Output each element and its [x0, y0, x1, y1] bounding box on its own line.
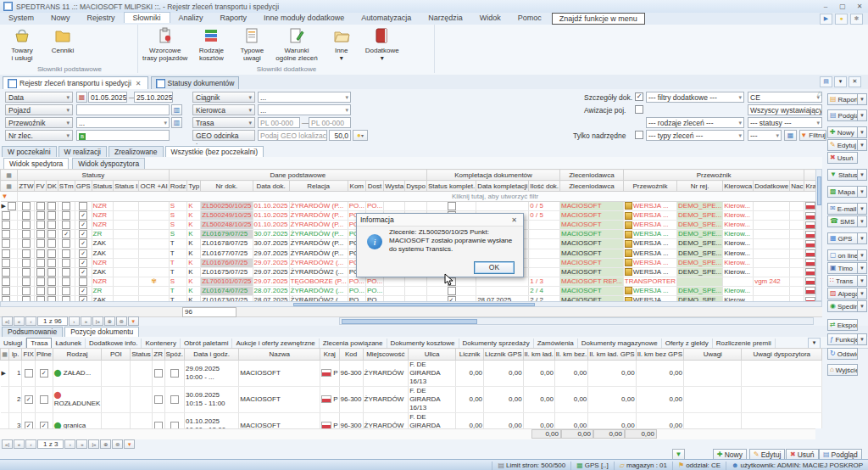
cell-rel[interactable]: ŻYRARDÓW (P... — [289, 249, 348, 258]
cell-nrrej[interactable]: DEMO_SPE... — [677, 211, 723, 221]
cell-nac[interactable] — [790, 286, 804, 295]
cell-rel[interactable]: ŻYRARDÓW2 (... — [289, 286, 348, 295]
cell-kier[interactable]: Kierow... — [723, 267, 754, 277]
cell-ocr[interactable] — [139, 258, 169, 267]
sidebar-button-on-line[interactable]: ▢on line — [827, 249, 858, 261]
document-tab-statusy-dokumentów[interactable]: Statusy dokumentów — [151, 76, 240, 89]
grid-column-header-OCR +AI[interactable]: OCR +AI — [139, 181, 169, 192]
positions-column-header-Il. km ład. GPS[interactable]: Il. km ład. GPS — [588, 349, 636, 361]
filter-trasa-label[interactable]: Trasa — [192, 117, 255, 128]
cell-przew[interactable]: WERSJA ... — [623, 286, 676, 295]
cell-kraj1[interactable] — [804, 211, 815, 221]
cell-kier[interactable]: Kierow... — [723, 249, 754, 258]
pager-asterisk-icon[interactable]: ⊛ — [112, 439, 123, 449]
calendar-button[interactable]: ▦ — [784, 130, 797, 141]
grid-column-header-Nr rej.[interactable]: Nr rej. — [677, 181, 723, 192]
pager-filter-icon[interactable]: ▼ — [128, 316, 139, 326]
cell-nr[interactable]: ZL01676/07/25 — [201, 258, 253, 267]
cell-sel[interactable] — [1, 277, 18, 286]
cell-data[interactable]: 30.09.2025 10:15 - 11:00 — [184, 387, 238, 413]
cell-gps[interactable]: ✓ — [75, 221, 92, 230]
sidebar-button-nowy[interactable]: ✚Nowy — [827, 126, 858, 138]
ribbon-button-dodatkowe[interactable]: Dodatkowe ▾ — [362, 25, 403, 62]
cell-ilosc[interactable]: 1 / 3 — [529, 277, 560, 286]
cell-dodat[interactable] — [754, 230, 790, 239]
filter-kierowca-label[interactable]: Kierowca — [192, 104, 255, 115]
cell-fv[interactable] — [35, 239, 46, 249]
positions-column-header-Uwagi[interactable]: Uwagi — [684, 349, 742, 361]
cell-nrrej[interactable]: DEMO_SPE... — [677, 258, 723, 267]
cell-gps[interactable]: ✓ — [75, 267, 92, 277]
menu-item-raporty[interactable]: Raporty — [212, 13, 256, 23]
cell-datak[interactable] — [476, 286, 529, 295]
chevron-down-icon[interactable]: ▼ — [858, 93, 867, 105]
cell-kom[interactable]: PO... — [348, 277, 365, 286]
cell-dd[interactable]: 30.07.2025 — [253, 230, 289, 239]
cell-gps[interactable] — [75, 277, 92, 286]
grid-column-header-Przewoźnik[interactable]: Przewoźnik — [623, 181, 676, 192]
sidebar-button-trans[interactable]: ∷Trans — [827, 275, 858, 287]
pager-nextpage-icon[interactable]: » — [76, 439, 87, 449]
positions-column-header-Il. km ład.[interactable]: Il. km ład. — [523, 349, 554, 361]
grid-column-header-Status komplet.[interactable]: Status komplet. — [426, 181, 476, 192]
ribbon-button-wzorcowe[interactable]: Wzorcowe trasy pojazdów — [139, 25, 191, 62]
cell-zlec[interactable]: MACIOSOFT — [560, 249, 624, 258]
sidebar-button-podgląd[interactable]: ▤Podgląd — [827, 109, 858, 121]
maximize-button[interactable]: ▢ — [834, 2, 851, 12]
cell-rodz[interactable]: T — [169, 249, 187, 258]
grid-filter-row[interactable]: ▼Kliknij tutaj, aby utworzyć filtr — [1, 192, 816, 202]
cell-dd[interactable]: 30.07.2025 — [253, 239, 289, 249]
menu-item-narz-dzia[interactable]: Narzędzia — [420, 13, 471, 23]
cell-fix[interactable]: ✓ — [22, 387, 35, 413]
chevron-down-icon[interactable]: ▼ — [858, 126, 867, 138]
cell-dost[interactable]: PO... — [365, 277, 383, 286]
cell-stm[interactable] — [58, 258, 75, 267]
cell-kraj1[interactable] — [804, 258, 815, 267]
cell-gps[interactable]: ✓ — [75, 239, 92, 249]
cell-nr[interactable]: ZL01678/07/25 — [201, 239, 253, 249]
table-row[interactable]: 3✓✓⬤ granica01.10.2025 10:00 - 12:00MACI… — [1, 413, 822, 429]
cell-dyspo[interactable] — [405, 202, 427, 211]
cell-poi[interactable] — [102, 387, 131, 413]
sidebar-button-alpega[interactable]: ▨Alpega — [827, 288, 858, 299]
cell-sel[interactable] — [1, 258, 18, 267]
cell-typ[interactable]: K — [187, 239, 201, 249]
cell-rel[interactable]: ŻYRARDÓW2 (... — [289, 267, 348, 277]
chevron-down-icon[interactable]: ▼ — [858, 186, 867, 198]
cell-rodz[interactable]: S — [169, 202, 187, 211]
grid-column-header-Dodatkowe[interactable]: Dodatkowe — [754, 181, 790, 192]
cell-kraj1[interactable] — [804, 286, 815, 295]
sidebar-button-mapa[interactable]: ▩Mapa — [827, 186, 858, 198]
cell-status[interactable]: ZAK — [92, 239, 114, 249]
minimize-button[interactable]: – — [817, 2, 834, 12]
cell-dd[interactable]: 01.10.2025 — [253, 202, 289, 211]
cell-lp[interactable]: 3 — [8, 413, 22, 429]
cell-dyspo[interactable] — [405, 286, 427, 295]
positions-column-header-FIX[interactable]: FIX — [22, 349, 35, 361]
cell-typ[interactable]: K — [187, 211, 201, 221]
cell-kier[interactable]: Kierow... — [723, 258, 754, 267]
cell-pilne[interactable]: ✓ — [35, 413, 53, 429]
cell-stm[interactable] — [58, 249, 75, 258]
cell-stm[interactable] — [58, 239, 75, 249]
grid-column-header-Data kompletacji[interactable]: Data kompletacji — [476, 181, 529, 192]
cell-stati[interactable] — [114, 277, 139, 286]
pager-last-icon[interactable]: |» — [88, 439, 99, 449]
sidebar-button-gps[interactable]: ▦GPS — [827, 232, 858, 244]
cell-nr[interactable]: ZL01677/07/25 — [201, 249, 253, 258]
positions-column-header-Il. km bez.[interactable]: Il. km bez. — [554, 349, 587, 361]
pager-scrollbar[interactable] — [339, 317, 814, 325]
cell-ocr[interactable] — [139, 202, 169, 211]
cell-dd[interactable]: 01.10.2025 — [253, 221, 289, 230]
cell-ocr[interactable] — [139, 239, 169, 249]
geo-search-button[interactable]: ●▾ — [353, 130, 368, 141]
chevron-down-icon[interactable]: ▼ — [858, 288, 867, 299]
cell-dyspo[interactable] — [405, 277, 427, 286]
cell-status[interactable]: NZR — [92, 277, 114, 286]
positions-column-header-Kod[interactable]: Kod — [339, 349, 363, 361]
grid-column-header-Dost[interactable]: Dost — [365, 181, 383, 192]
cell-stati[interactable] — [114, 202, 139, 211]
cell-sel[interactable] — [1, 221, 18, 230]
cell-nac[interactable] — [790, 239, 804, 249]
cell-typ[interactable]: K — [187, 258, 201, 267]
